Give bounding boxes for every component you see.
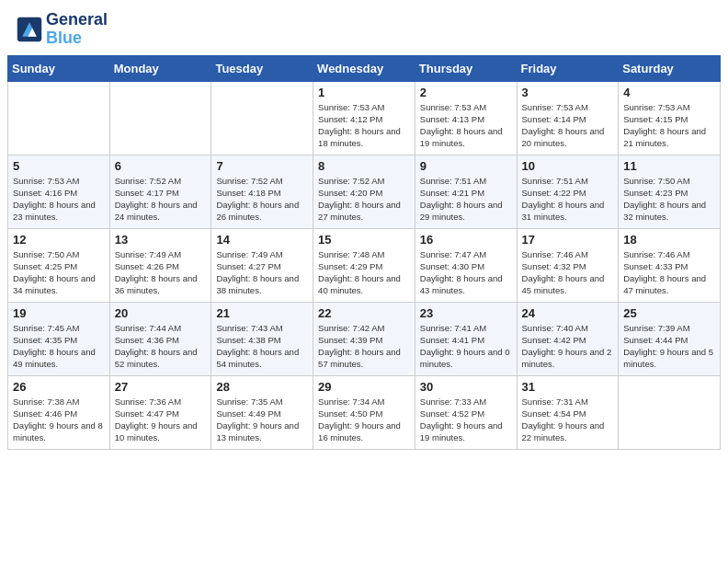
day-number: 15	[318, 233, 410, 247]
calendar-day-17: 17Sunrise: 7:46 AM Sunset: 4:32 PM Dayli…	[517, 228, 619, 302]
day-number: 1	[318, 86, 410, 99]
day-info: Sunrise: 7:41 AM Sunset: 4:41 PM Dayligh…	[420, 322, 512, 371]
calendar-header-tuesday: Tuesday	[211, 55, 313, 81]
day-info: Sunrise: 7:49 AM Sunset: 4:26 PM Dayligh…	[115, 248, 207, 297]
calendar-header-thursday: Thursday	[415, 55, 517, 81]
logo-icon	[17, 17, 42, 42]
day-info: Sunrise: 7:34 AM Sunset: 4:50 PM Dayligh…	[318, 396, 410, 444]
day-info: Sunrise: 7:52 AM Sunset: 4:20 PM Dayligh…	[318, 175, 410, 224]
day-info: Sunrise: 7:50 AM Sunset: 4:25 PM Dayligh…	[13, 248, 105, 297]
day-info: Sunrise: 7:38 AM Sunset: 4:46 PM Dayligh…	[13, 396, 105, 444]
calendar-day-19: 19Sunrise: 7:45 AM Sunset: 4:35 PM Dayli…	[8, 302, 110, 375]
day-number: 13	[115, 233, 207, 247]
calendar-day-11: 11Sunrise: 7:50 AM Sunset: 4:23 PM Dayli…	[619, 155, 721, 228]
day-info: Sunrise: 7:51 AM Sunset: 4:22 PM Dayligh…	[522, 175, 614, 224]
calendar-day-empty	[211, 81, 313, 155]
day-info: Sunrise: 7:33 AM Sunset: 4:52 PM Dayligh…	[420, 396, 512, 444]
day-number: 25	[623, 306, 715, 320]
calendar-day-14: 14Sunrise: 7:49 AM Sunset: 4:27 PM Dayli…	[211, 228, 313, 302]
calendar-header-row: SundayMondayTuesdayWednesdayThursdayFrid…	[8, 55, 721, 81]
day-info: Sunrise: 7:36 AM Sunset: 4:47 PM Dayligh…	[115, 396, 207, 444]
calendar-day-13: 13Sunrise: 7:49 AM Sunset: 4:26 PM Dayli…	[109, 228, 211, 302]
calendar-body: 1Sunrise: 7:53 AM Sunset: 4:12 PM Daylig…	[8, 81, 721, 449]
calendar-header-saturday: Saturday	[619, 55, 721, 81]
day-info: Sunrise: 7:39 AM Sunset: 4:44 PM Dayligh…	[623, 322, 715, 371]
calendar-day-7: 7Sunrise: 7:52 AM Sunset: 4:18 PM Daylig…	[211, 155, 313, 228]
day-info: Sunrise: 7:49 AM Sunset: 4:27 PM Dayligh…	[216, 248, 308, 297]
day-number: 6	[115, 159, 207, 173]
day-info: Sunrise: 7:35 AM Sunset: 4:49 PM Dayligh…	[216, 396, 308, 444]
calendar-day-3: 3Sunrise: 7:53 AM Sunset: 4:14 PM Daylig…	[517, 81, 619, 155]
day-number: 22	[318, 306, 410, 320]
day-number: 17	[522, 233, 614, 247]
day-info: Sunrise: 7:53 AM Sunset: 4:16 PM Dayligh…	[13, 175, 105, 224]
day-number: 30	[420, 380, 512, 394]
calendar-day-30: 30Sunrise: 7:33 AM Sunset: 4:52 PM Dayli…	[415, 375, 517, 449]
day-number: 23	[420, 306, 512, 320]
logo-text: General Blue	[46, 11, 108, 48]
calendar-day-8: 8Sunrise: 7:52 AM Sunset: 4:20 PM Daylig…	[313, 155, 415, 228]
calendar-week-1: 1Sunrise: 7:53 AM Sunset: 4:12 PM Daylig…	[8, 81, 721, 155]
day-info: Sunrise: 7:53 AM Sunset: 4:12 PM Dayligh…	[318, 101, 410, 150]
calendar-week-4: 19Sunrise: 7:45 AM Sunset: 4:35 PM Dayli…	[8, 302, 721, 375]
calendar-header-friday: Friday	[517, 55, 619, 81]
day-number: 9	[420, 159, 512, 173]
calendar-day-25: 25Sunrise: 7:39 AM Sunset: 4:44 PM Dayli…	[619, 302, 721, 375]
day-info: Sunrise: 7:46 AM Sunset: 4:33 PM Dayligh…	[623, 248, 715, 297]
day-info: Sunrise: 7:40 AM Sunset: 4:42 PM Dayligh…	[522, 322, 614, 371]
calendar-day-31: 31Sunrise: 7:31 AM Sunset: 4:54 PM Dayli…	[517, 375, 619, 449]
day-number: 24	[522, 306, 614, 320]
calendar-day-9: 9Sunrise: 7:51 AM Sunset: 4:21 PM Daylig…	[415, 155, 517, 228]
calendar-day-29: 29Sunrise: 7:34 AM Sunset: 4:50 PM Dayli…	[313, 375, 415, 449]
calendar-day-12: 12Sunrise: 7:50 AM Sunset: 4:25 PM Dayli…	[8, 228, 110, 302]
day-info: Sunrise: 7:31 AM Sunset: 4:54 PM Dayligh…	[522, 396, 614, 444]
calendar-header-wednesday: Wednesday	[313, 55, 415, 81]
calendar-day-22: 22Sunrise: 7:42 AM Sunset: 4:39 PM Dayli…	[313, 302, 415, 375]
calendar-day-24: 24Sunrise: 7:40 AM Sunset: 4:42 PM Dayli…	[517, 302, 619, 375]
calendar-day-empty	[619, 375, 721, 449]
day-info: Sunrise: 7:52 AM Sunset: 4:17 PM Dayligh…	[115, 175, 207, 224]
day-number: 4	[623, 86, 715, 99]
calendar-day-21: 21Sunrise: 7:43 AM Sunset: 4:38 PM Dayli…	[211, 302, 313, 375]
day-number: 20	[115, 306, 207, 320]
calendar-week-2: 5Sunrise: 7:53 AM Sunset: 4:16 PM Daylig…	[8, 155, 721, 228]
calendar-week-5: 26Sunrise: 7:38 AM Sunset: 4:46 PM Dayli…	[8, 375, 721, 449]
calendar-day-27: 27Sunrise: 7:36 AM Sunset: 4:47 PM Dayli…	[109, 375, 211, 449]
day-info: Sunrise: 7:52 AM Sunset: 4:18 PM Dayligh…	[216, 175, 308, 224]
calendar-table: SundayMondayTuesdayWednesdayThursdayFrid…	[7, 55, 721, 450]
logo: General Blue	[17, 11, 108, 48]
page-header: General Blue	[0, 0, 728, 55]
day-number: 29	[318, 380, 410, 394]
day-number: 3	[522, 86, 614, 99]
calendar-week-3: 12Sunrise: 7:50 AM Sunset: 4:25 PM Dayli…	[8, 228, 721, 302]
day-info: Sunrise: 7:53 AM Sunset: 4:13 PM Dayligh…	[420, 101, 512, 150]
calendar-day-6: 6Sunrise: 7:52 AM Sunset: 4:17 PM Daylig…	[109, 155, 211, 228]
calendar-day-16: 16Sunrise: 7:47 AM Sunset: 4:30 PM Dayli…	[415, 228, 517, 302]
calendar-day-28: 28Sunrise: 7:35 AM Sunset: 4:49 PM Dayli…	[211, 375, 313, 449]
calendar-header-sunday: Sunday	[8, 55, 110, 81]
day-number: 14	[216, 233, 308, 247]
calendar-day-1: 1Sunrise: 7:53 AM Sunset: 4:12 PM Daylig…	[313, 81, 415, 155]
day-info: Sunrise: 7:44 AM Sunset: 4:36 PM Dayligh…	[115, 322, 207, 371]
calendar-day-20: 20Sunrise: 7:44 AM Sunset: 4:36 PM Dayli…	[109, 302, 211, 375]
day-number: 12	[13, 233, 105, 247]
calendar-day-26: 26Sunrise: 7:38 AM Sunset: 4:46 PM Dayli…	[8, 375, 110, 449]
calendar-header-monday: Monday	[109, 55, 211, 81]
day-info: Sunrise: 7:47 AM Sunset: 4:30 PM Dayligh…	[420, 248, 512, 297]
day-info: Sunrise: 7:53 AM Sunset: 4:15 PM Dayligh…	[623, 101, 715, 150]
day-number: 2	[420, 86, 512, 99]
day-number: 31	[522, 380, 614, 394]
calendar-day-10: 10Sunrise: 7:51 AM Sunset: 4:22 PM Dayli…	[517, 155, 619, 228]
day-info: Sunrise: 7:53 AM Sunset: 4:14 PM Dayligh…	[522, 101, 614, 150]
calendar-day-empty	[8, 81, 110, 155]
day-info: Sunrise: 7:50 AM Sunset: 4:23 PM Dayligh…	[623, 175, 715, 224]
day-number: 10	[522, 159, 614, 173]
calendar-day-23: 23Sunrise: 7:41 AM Sunset: 4:41 PM Dayli…	[415, 302, 517, 375]
day-number: 8	[318, 159, 410, 173]
day-number: 16	[420, 233, 512, 247]
day-info: Sunrise: 7:42 AM Sunset: 4:39 PM Dayligh…	[318, 322, 410, 371]
day-number: 5	[13, 159, 105, 173]
day-number: 27	[115, 380, 207, 394]
day-info: Sunrise: 7:51 AM Sunset: 4:21 PM Dayligh…	[420, 175, 512, 224]
calendar-day-18: 18Sunrise: 7:46 AM Sunset: 4:33 PM Dayli…	[619, 228, 721, 302]
